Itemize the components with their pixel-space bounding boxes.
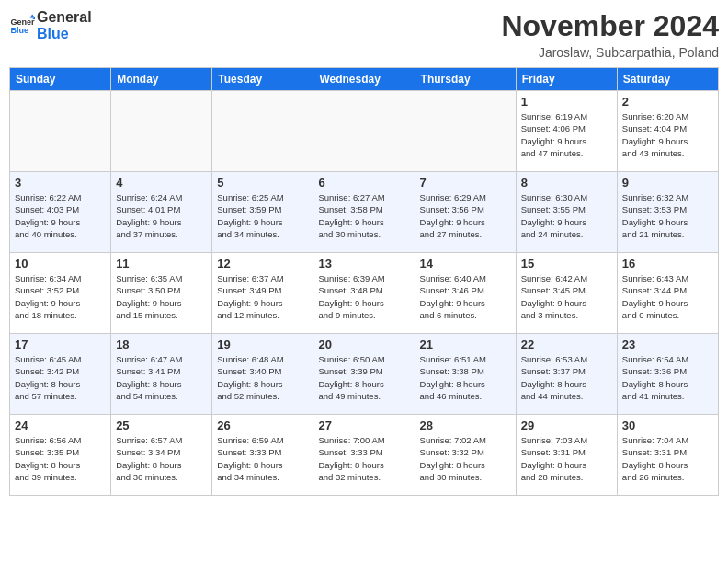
calendar-day: 24Sunrise: 6:56 AM Sunset: 3:35 PM Dayli… xyxy=(10,415,111,496)
calendar-day xyxy=(10,91,111,172)
day-info: Sunrise: 6:22 AM Sunset: 4:03 PM Dayligh… xyxy=(15,191,106,240)
calendar-day: 4Sunrise: 6:24 AM Sunset: 4:01 PM Daylig… xyxy=(111,172,212,253)
day-info: Sunrise: 6:40 AM Sunset: 3:46 PM Dayligh… xyxy=(420,272,511,321)
day-number: 1 xyxy=(521,95,612,109)
day-info: Sunrise: 6:42 AM Sunset: 3:45 PM Dayligh… xyxy=(521,272,612,321)
calendar-day: 1Sunrise: 6:19 AM Sunset: 4:06 PM Daylig… xyxy=(516,91,617,172)
day-number: 14 xyxy=(420,257,511,270)
day-number: 4 xyxy=(116,176,207,190)
calendar-header-row: SundayMondayTuesdayWednesdayThursdayFrid… xyxy=(10,68,719,91)
calendar-day: 18Sunrise: 6:47 AM Sunset: 3:41 PM Dayli… xyxy=(111,334,212,415)
svg-marker-2 xyxy=(29,14,35,17)
day-number: 25 xyxy=(116,419,207,432)
calendar-day: 25Sunrise: 6:57 AM Sunset: 3:34 PM Dayli… xyxy=(111,415,212,496)
day-info: Sunrise: 6:50 AM Sunset: 3:39 PM Dayligh… xyxy=(318,353,409,402)
day-number: 15 xyxy=(521,257,612,270)
day-info: Sunrise: 6:59 AM Sunset: 3:33 PM Dayligh… xyxy=(217,434,308,483)
logo: General Blue General Blue xyxy=(9,9,92,41)
svg-text:General: General xyxy=(10,17,35,26)
weekday-header: Monday xyxy=(111,68,212,91)
day-info: Sunrise: 7:03 AM Sunset: 3:31 PM Dayligh… xyxy=(521,434,612,483)
logo-general: General xyxy=(37,9,92,26)
calendar-week-row: 17Sunrise: 6:45 AM Sunset: 3:42 PM Dayli… xyxy=(10,334,719,415)
day-info: Sunrise: 6:24 AM Sunset: 4:01 PM Dayligh… xyxy=(116,191,207,240)
weekday-header: Friday xyxy=(516,68,617,91)
day-number: 20 xyxy=(318,338,409,351)
day-number: 7 xyxy=(420,176,511,190)
logo-blue: Blue xyxy=(37,26,92,42)
day-number: 23 xyxy=(622,338,713,351)
calendar-day: 12Sunrise: 6:37 AM Sunset: 3:49 PM Dayli… xyxy=(212,253,313,334)
day-number: 2 xyxy=(622,95,713,109)
calendar-day: 10Sunrise: 6:34 AM Sunset: 3:52 PM Dayli… xyxy=(10,253,111,334)
calendar-week-row: 24Sunrise: 6:56 AM Sunset: 3:35 PM Dayli… xyxy=(10,415,719,496)
day-number: 16 xyxy=(622,257,713,270)
day-number: 30 xyxy=(622,419,713,432)
weekday-header: Sunday xyxy=(10,68,111,91)
day-info: Sunrise: 6:57 AM Sunset: 3:34 PM Dayligh… xyxy=(116,434,207,483)
weekday-header: Tuesday xyxy=(212,68,313,91)
calendar-day xyxy=(415,91,516,172)
day-number: 8 xyxy=(521,176,612,190)
day-info: Sunrise: 6:32 AM Sunset: 3:53 PM Dayligh… xyxy=(622,191,713,240)
day-info: Sunrise: 7:02 AM Sunset: 3:32 PM Dayligh… xyxy=(420,434,511,483)
calendar: SundayMondayTuesdayWednesdayThursdayFrid… xyxy=(9,67,719,496)
day-number: 6 xyxy=(318,176,409,190)
calendar-day: 16Sunrise: 6:43 AM Sunset: 3:44 PM Dayli… xyxy=(617,253,718,334)
weekday-header: Thursday xyxy=(415,68,516,91)
calendar-day: 28Sunrise: 7:02 AM Sunset: 3:32 PM Dayli… xyxy=(415,415,516,496)
day-number: 13 xyxy=(318,257,409,270)
day-number: 24 xyxy=(15,419,106,432)
location: Jaroslaw, Subcarpathia, Poland xyxy=(501,45,719,60)
calendar-day: 17Sunrise: 6:45 AM Sunset: 3:42 PM Dayli… xyxy=(10,334,111,415)
calendar-day: 19Sunrise: 6:48 AM Sunset: 3:40 PM Dayli… xyxy=(212,334,313,415)
day-info: Sunrise: 6:25 AM Sunset: 3:59 PM Dayligh… xyxy=(217,191,308,240)
calendar-day: 21Sunrise: 6:51 AM Sunset: 3:38 PM Dayli… xyxy=(415,334,516,415)
svg-text:Blue: Blue xyxy=(10,26,28,35)
logo-icon: General Blue xyxy=(9,13,35,39)
day-info: Sunrise: 6:45 AM Sunset: 3:42 PM Dayligh… xyxy=(15,353,106,402)
calendar-week-row: 10Sunrise: 6:34 AM Sunset: 3:52 PM Dayli… xyxy=(10,253,719,334)
day-info: Sunrise: 7:04 AM Sunset: 3:31 PM Dayligh… xyxy=(622,434,713,483)
calendar-day: 9Sunrise: 6:32 AM Sunset: 3:53 PM Daylig… xyxy=(617,172,718,253)
day-number: 11 xyxy=(116,257,207,270)
day-info: Sunrise: 6:48 AM Sunset: 3:40 PM Dayligh… xyxy=(217,353,308,402)
day-info: Sunrise: 6:39 AM Sunset: 3:48 PM Dayligh… xyxy=(318,272,409,321)
calendar-day: 14Sunrise: 6:40 AM Sunset: 3:46 PM Dayli… xyxy=(415,253,516,334)
calendar-day: 29Sunrise: 7:03 AM Sunset: 3:31 PM Dayli… xyxy=(516,415,617,496)
day-info: Sunrise: 6:19 AM Sunset: 4:06 PM Dayligh… xyxy=(521,110,612,159)
day-info: Sunrise: 6:20 AM Sunset: 4:04 PM Dayligh… xyxy=(622,110,713,159)
weekday-header: Saturday xyxy=(617,68,718,91)
calendar-day: 2Sunrise: 6:20 AM Sunset: 4:04 PM Daylig… xyxy=(617,91,718,172)
title-block: November 2024 Jaroslaw, Subcarpathia, Po… xyxy=(501,9,719,60)
day-number: 29 xyxy=(521,419,612,432)
day-info: Sunrise: 6:53 AM Sunset: 3:37 PM Dayligh… xyxy=(521,353,612,402)
day-number: 18 xyxy=(116,338,207,351)
day-number: 22 xyxy=(521,338,612,351)
calendar-day: 8Sunrise: 6:30 AM Sunset: 3:55 PM Daylig… xyxy=(516,172,617,253)
day-info: Sunrise: 6:34 AM Sunset: 3:52 PM Dayligh… xyxy=(15,272,106,321)
day-number: 3 xyxy=(15,176,106,190)
day-number: 19 xyxy=(217,338,308,351)
weekday-header: Wednesday xyxy=(313,68,415,91)
calendar-day: 22Sunrise: 6:53 AM Sunset: 3:37 PM Dayli… xyxy=(516,334,617,415)
calendar-day: 3Sunrise: 6:22 AM Sunset: 4:03 PM Daylig… xyxy=(10,172,111,253)
day-info: Sunrise: 6:54 AM Sunset: 3:36 PM Dayligh… xyxy=(622,353,713,402)
day-number: 9 xyxy=(622,176,713,190)
day-number: 17 xyxy=(15,338,106,351)
calendar-week-row: 1Sunrise: 6:19 AM Sunset: 4:06 PM Daylig… xyxy=(10,91,719,172)
calendar-day: 7Sunrise: 6:29 AM Sunset: 3:56 PM Daylig… xyxy=(415,172,516,253)
calendar-day xyxy=(212,91,313,172)
calendar-day: 15Sunrise: 6:42 AM Sunset: 3:45 PM Dayli… xyxy=(516,253,617,334)
calendar-day: 5Sunrise: 6:25 AM Sunset: 3:59 PM Daylig… xyxy=(212,172,313,253)
day-info: Sunrise: 6:51 AM Sunset: 3:38 PM Dayligh… xyxy=(420,353,511,402)
calendar-day xyxy=(313,91,415,172)
day-info: Sunrise: 6:43 AM Sunset: 3:44 PM Dayligh… xyxy=(622,272,713,321)
day-info: Sunrise: 6:29 AM Sunset: 3:56 PM Dayligh… xyxy=(420,191,511,240)
calendar-day: 26Sunrise: 6:59 AM Sunset: 3:33 PM Dayli… xyxy=(212,415,313,496)
calendar-day: 20Sunrise: 6:50 AM Sunset: 3:39 PM Dayli… xyxy=(313,334,415,415)
day-number: 10 xyxy=(15,257,106,270)
day-info: Sunrise: 6:30 AM Sunset: 3:55 PM Dayligh… xyxy=(521,191,612,240)
calendar-day xyxy=(111,91,212,172)
day-info: Sunrise: 6:47 AM Sunset: 3:41 PM Dayligh… xyxy=(116,353,207,402)
